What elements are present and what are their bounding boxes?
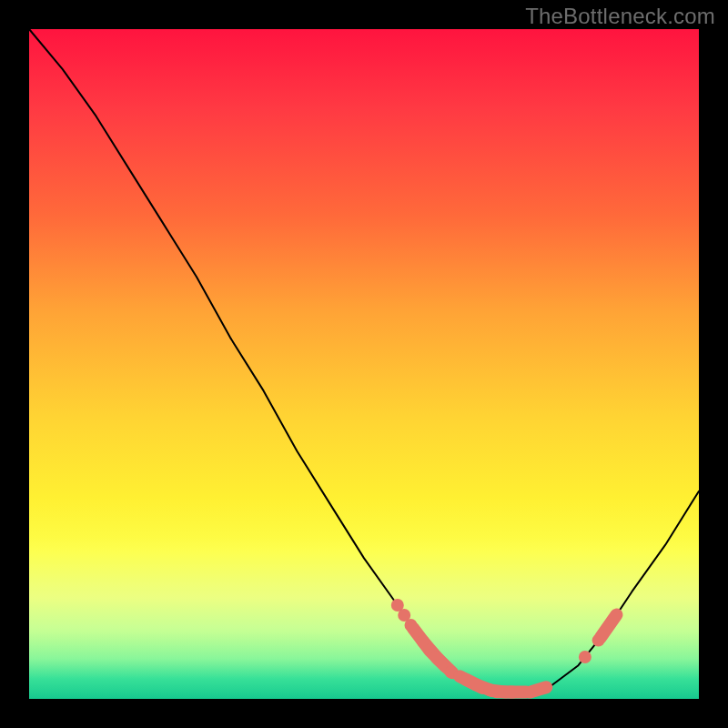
marker-pill [601, 615, 617, 638]
marker-layer [391, 599, 617, 693]
plot-area [29, 29, 699, 699]
chart-frame: TheBottleneck.com [0, 0, 728, 728]
curve-svg [29, 29, 699, 699]
attribution-text: TheBottleneck.com [525, 4, 715, 29]
bottleneck-curve [29, 29, 699, 693]
marker-dot [579, 651, 592, 663]
marker-pill [531, 687, 547, 692]
